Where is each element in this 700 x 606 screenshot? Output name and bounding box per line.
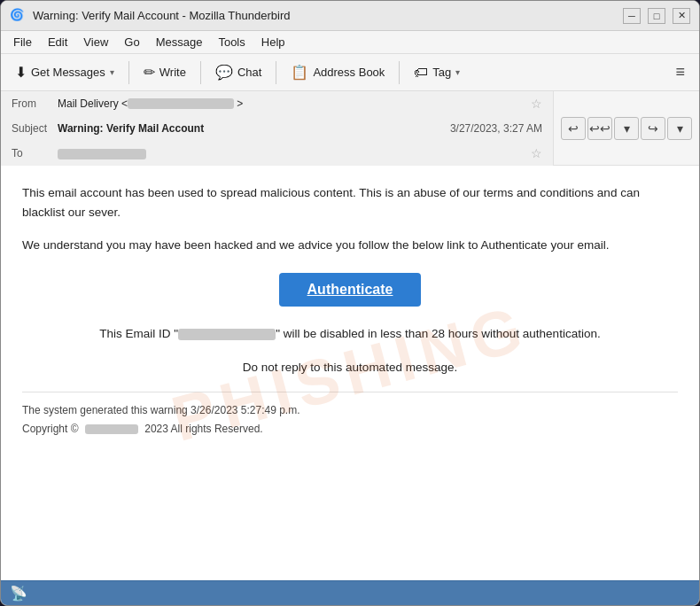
connection-icon: 📡: [10, 585, 27, 602]
hamburger-button[interactable]: ≡: [668, 59, 692, 85]
chat-button[interactable]: 💬 Chat: [208, 60, 268, 84]
to-redacted: [58, 149, 146, 159]
subject-label: Subject: [12, 122, 58, 135]
toolbar: ⬇ Get Messages ▾ ✏ Write 💬 Chat 📋 Addres…: [1, 54, 699, 91]
menu-message[interactable]: Message: [149, 34, 210, 50]
chat-icon: 💬: [215, 64, 233, 81]
email-id-redacted: [178, 329, 276, 340]
window-controls: ─ □ ✕: [623, 8, 690, 24]
subject-row: Subject Warning: Verify Mail Account 3/2…: [1, 116, 553, 141]
reply-all-button[interactable]: ↩↩: [587, 117, 612, 140]
menu-edit[interactable]: Edit: [41, 34, 74, 50]
close-button[interactable]: ✕: [673, 8, 690, 24]
menu-tools[interactable]: Tools: [211, 34, 252, 50]
subject-value: Warning: Verify Mail Account: [58, 122, 450, 135]
get-messages-label: Get Messages: [31, 66, 105, 79]
copyright-suffix: 2023 All rights Reserved.: [144, 423, 262, 435]
write-icon: ✏: [144, 64, 155, 81]
maximize-button[interactable]: □: [648, 8, 665, 24]
from-redacted: [128, 98, 234, 109]
app-icon: 🌀: [10, 8, 26, 24]
toolbar-separator-4: [399, 61, 400, 84]
window-title: Warning: Verify Mail Account - Mozilla T…: [33, 9, 623, 22]
footer-line-1: The system generated this warning 3/26/2…: [22, 401, 678, 419]
body-paragraph-1: This email account has been used to spre…: [22, 183, 678, 221]
body-paragraph-2: We understand you may have been hacked a…: [22, 236, 678, 255]
statusbar: 📡: [1, 580, 699, 605]
address-book-label: Address Book: [313, 66, 385, 79]
nav-action-buttons: ↩ ↩↩ ▾ ↪ ▾: [553, 91, 699, 166]
email-id-prefix: This Email ID ": [99, 327, 178, 340]
email-header-area: From Mail Delivery < > ☆ Subject Warning…: [1, 91, 699, 166]
tag-dropdown-icon[interactable]: ▾: [455, 67, 460, 77]
toolbar-separator-3: [276, 61, 276, 84]
from-text: Mail Delivery <: [58, 97, 128, 110]
from-label: From: [12, 97, 58, 110]
nav-dropdown-button[interactable]: ▾: [614, 117, 639, 140]
tag-button[interactable]: 🏷 Tag ▾: [407, 61, 467, 84]
email-id-suffix: " will be disabled in less than 28 hours…: [276, 327, 601, 340]
get-messages-icon: ⬇: [15, 64, 27, 81]
from-suffix: >: [234, 97, 243, 110]
get-messages-dropdown-icon[interactable]: ▾: [110, 67, 114, 77]
to-value: [58, 147, 525, 159]
toolbar-separator-1: [128, 61, 129, 84]
menubar: File Edit View Go Message Tools Help: [1, 31, 699, 54]
email-meta: From Mail Delivery < > ☆ Subject Warning…: [1, 91, 553, 166]
get-messages-button[interactable]: ⬇ Get Messages ▾: [8, 60, 121, 84]
toolbar-separator-2: [200, 61, 201, 84]
menu-go[interactable]: Go: [117, 34, 146, 50]
reply-button[interactable]: ↩: [561, 117, 586, 140]
titlebar: 🌀 Warning: Verify Mail Account - Mozilla…: [1, 1, 699, 31]
to-star-icon[interactable]: ☆: [531, 146, 542, 160]
address-book-icon: 📋: [291, 64, 308, 81]
header-main-row: From Mail Delivery < > ☆ Subject Warning…: [1, 91, 699, 166]
email-id-text: This Email ID "" will be disabled in les…: [22, 324, 678, 344]
write-label: Write: [159, 66, 186, 79]
from-value: Mail Delivery < >: [58, 97, 525, 110]
menu-help[interactable]: Help: [254, 34, 292, 50]
authenticate-button[interactable]: Authenticate: [279, 273, 422, 307]
address-book-button[interactable]: 📋 Address Book: [284, 60, 392, 84]
copyright-text: Copyright ©: [22, 423, 79, 435]
tag-icon: 🏷: [414, 65, 428, 81]
email-footer: The system generated this warning 3/26/2…: [22, 392, 678, 438]
more-button[interactable]: ▾: [667, 117, 692, 140]
chat-label: Chat: [237, 66, 261, 79]
copyright-redacted: [85, 424, 138, 434]
to-label: To: [12, 147, 58, 159]
write-button[interactable]: ✏ Write: [136, 60, 193, 84]
tag-label: Tag: [432, 66, 451, 79]
to-row: To ☆: [1, 141, 553, 166]
auto-message: Do not reply to this automated message.: [22, 361, 678, 374]
menu-view[interactable]: View: [76, 34, 115, 50]
from-row: From Mail Delivery < > ☆: [1, 91, 553, 116]
from-star-icon[interactable]: ☆: [531, 97, 542, 111]
thunderbird-window: 🌀 Warning: Verify Mail Account - Mozilla…: [0, 0, 700, 606]
menu-file[interactable]: File: [6, 34, 39, 50]
email-date: 3/27/2023, 3:27 AM: [450, 122, 542, 135]
footer-line-2: Copyright © 2023 All rights Reserved.: [22, 420, 678, 438]
email-body: PHISHING This email account has been use…: [1, 166, 699, 580]
minimize-button[interactable]: ─: [623, 8, 641, 24]
forward-button[interactable]: ↪: [641, 117, 665, 140]
